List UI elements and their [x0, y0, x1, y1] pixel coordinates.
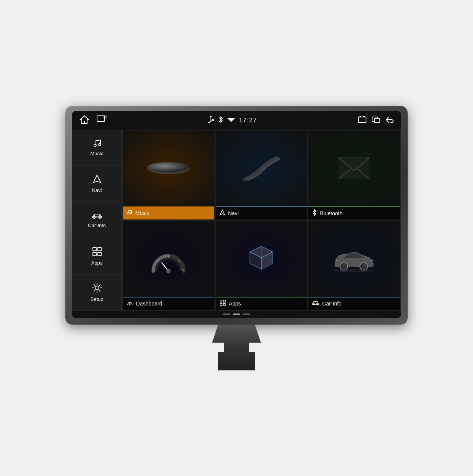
svg-rect-50	[220, 300, 222, 302]
svg-point-18	[93, 217, 95, 219]
multiwindow-icon[interactable]	[372, 116, 380, 125]
sidebar-item-navi[interactable]: Navi	[72, 166, 121, 202]
svg-rect-14	[374, 119, 380, 123]
screen-toggle-icon[interactable]	[97, 115, 107, 125]
svg-rect-21	[98, 247, 101, 251]
music-tile-icon	[127, 210, 132, 216]
dashboard-tile-icon	[127, 300, 133, 307]
svg-point-15	[94, 144, 96, 146]
carinfo-tile-label-bar: Car-Info	[308, 297, 400, 310]
svg-rect-31	[339, 158, 369, 179]
screenshot-icon[interactable]	[358, 116, 366, 125]
bluetooth-tile-label-bar: Bluetooth	[308, 206, 400, 219]
music-sidebar-icon	[92, 138, 102, 149]
status-left-icons	[79, 114, 107, 126]
sidebar-setup-label: Setup	[91, 296, 104, 302]
main-area: Music Navi	[72, 130, 401, 311]
bluetooth-tile-image	[308, 131, 400, 206]
carinfo-tile-icon	[312, 300, 319, 307]
svg-point-27	[147, 162, 190, 172]
screen-inner: 17:27	[72, 111, 401, 318]
indicator-dot-2	[233, 314, 240, 315]
svg-point-28	[128, 213, 129, 214]
svg-rect-51	[223, 300, 225, 302]
svg-rect-11	[360, 116, 361, 117]
tile-dashboard[interactable]: Dashboard	[123, 221, 215, 310]
grid-area: Music	[122, 130, 401, 311]
sidebar-carinfo-label: Car-Info	[88, 223, 106, 228]
sidebar-item-apps[interactable]: Apps	[72, 238, 121, 275]
carinfo-tile-label: Car-Info	[322, 301, 342, 307]
navi-tile-label-bar: Navi	[216, 206, 307, 219]
svg-rect-7	[208, 122, 210, 123]
bluetooth-tile-label: Bluetooth	[320, 210, 342, 216]
dashboard-tile-label: Dashboard	[136, 301, 162, 307]
svg-point-57	[362, 265, 366, 268]
svg-rect-20	[93, 247, 96, 251]
sidebar: Music Navi	[72, 130, 122, 311]
apps-tile-icon	[220, 300, 226, 307]
navi-sidebar-icon	[92, 174, 102, 186]
indicator-dot-3	[243, 314, 250, 315]
svg-rect-52	[220, 304, 222, 306]
dashboard-tile-label-bar: Dashboard	[123, 297, 214, 310]
svg-point-60	[333, 269, 375, 272]
svg-rect-12	[363, 116, 365, 117]
setup-sidebar-icon	[92, 283, 102, 295]
svg-rect-22	[93, 252, 96, 256]
tile-apps[interactable]: Apps	[215, 221, 308, 310]
svg-marker-9	[227, 118, 235, 122]
svg-point-24	[95, 286, 99, 290]
svg-point-6	[210, 116, 212, 117]
sidebar-apps-label: Apps	[91, 260, 103, 266]
bluetooth-tile-icon	[312, 210, 317, 217]
svg-marker-30	[220, 210, 225, 215]
navi-tile-icon	[220, 210, 225, 217]
sidebar-item-setup[interactable]: Setup	[72, 275, 121, 311]
back-icon[interactable]	[386, 116, 394, 124]
svg-rect-23	[98, 252, 101, 256]
dashboard-tile-image	[123, 221, 214, 297]
sidebar-item-car-info[interactable]: Car-Info	[72, 202, 121, 238]
apps-sidebar-icon	[92, 246, 102, 258]
svg-point-55	[342, 265, 346, 268]
mount-bracket	[206, 325, 267, 370]
screen-outer: 17:27	[65, 106, 408, 325]
svg-point-16	[99, 143, 101, 146]
bottom-indicator	[72, 311, 401, 318]
bluetooth-icon	[218, 116, 224, 125]
svg-point-41	[167, 269, 170, 273]
navi-tile-image	[216, 131, 307, 206]
status-bar: 17:27	[72, 111, 401, 130]
svg-point-43	[130, 304, 131, 305]
svg-point-29	[130, 212, 131, 214]
tile-music[interactable]: Music	[123, 130, 215, 220]
svg-rect-58	[371, 260, 373, 261]
home-icon[interactable]	[79, 114, 90, 126]
apps-tile-image	[216, 221, 307, 297]
sidebar-item-music[interactable]: Music	[72, 130, 121, 166]
tile-car-info[interactable]: Car-Info	[308, 221, 400, 310]
svg-rect-0	[97, 116, 105, 122]
svg-rect-53	[223, 304, 225, 306]
svg-rect-59	[335, 260, 337, 261]
device-wrapper: 17:27	[65, 106, 408, 370]
music-tile-label-bar: Music	[123, 206, 214, 219]
music-tile-label: Music	[135, 210, 149, 216]
svg-marker-17	[93, 175, 101, 183]
usb-icon	[207, 116, 214, 125]
carinfo-tile-image	[308, 221, 400, 297]
svg-point-62	[316, 304, 318, 305]
sidebar-music-label: Music	[91, 151, 104, 156]
car-info-sidebar-icon	[91, 211, 103, 221]
tile-bluetooth[interactable]: Bluetooth	[308, 130, 400, 220]
tile-navi[interactable]: Navi	[215, 130, 308, 220]
sidebar-navi-label: Navi	[92, 187, 102, 193]
svg-point-19	[99, 217, 100, 219]
indicator-dot-1	[223, 314, 230, 315]
music-tile-image	[123, 131, 214, 206]
navi-tile-label: Navi	[228, 210, 239, 216]
status-center-icons: 17:27	[207, 116, 257, 125]
apps-tile-label-bar: Apps	[216, 297, 307, 310]
svg-point-61	[313, 304, 315, 305]
